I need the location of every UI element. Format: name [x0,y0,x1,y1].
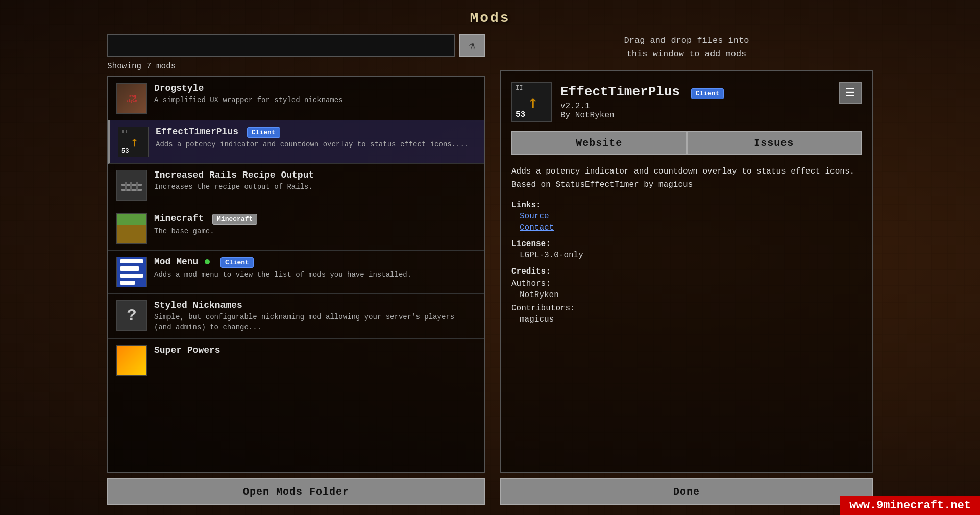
watermark: www.9minecraft.net [840,496,980,515]
detail-mod-name: EffectTimerPlus Client [560,84,831,100]
left-panel: ⚗ Showing 7 mods Drogstyle Drogstyle [107,34,485,473]
mod-tag-modmenu-client: Client [220,257,254,268]
mod-item-railrecipe[interactable]: Increased Rails Recipe Output Increases … [108,164,484,207]
mod-detail-box: II ↗ 53 EffectTimerPlus Client v2.2.1 By… [500,70,873,473]
mod-info-drogstyle: Drogstyle A simplified UX wrapper for st… [154,83,476,106]
mod-item-effecttimerplus[interactable]: II ↗ 53 EffectTimerPlus Client Adds a po… [108,120,484,164]
detail-authors-label: Authors: [511,279,862,288]
bottom-right: Done [485,478,873,505]
mod-name-minecraft: Minecraft Minecraft [154,213,476,225]
mod-desc-effecttimerplus: Adds a potency indicator and countdown o… [156,140,476,150]
mod-desc-minecraft: The base game. [154,227,476,237]
green-dot-modmenu [205,259,210,264]
website-button[interactable]: Website [511,131,687,155]
mod-item-minecraft[interactable]: Minecraft Minecraft The base game. [108,207,484,251]
mod-info-railrecipe: Increased Rails Recipe Output Increases … [154,170,476,192]
mod-name-railrecipe: Increased Rails Recipe Output [154,170,476,180]
source-link[interactable]: Source [520,212,862,221]
svg-rect-2 [125,182,127,191]
mod-desc-modmenu: Adds a mod menu to view the list of mods… [154,270,476,280]
detail-version: v2.2.1 [560,102,831,111]
mod-name-superpowers: Super Powers [154,345,476,355]
detail-license-value: LGPL-3.0-only [520,251,862,260]
mod-icon-modmenu [116,257,147,287]
detail-description: Adds a potency indicator and countdown o… [511,165,862,191]
detail-links-section: Links: Source Contact [511,201,862,232]
filter-button[interactable]: ⚗ [459,34,485,57]
search-row: ⚗ [107,34,485,57]
mod-info-superpowers: Super Powers [154,345,476,357]
issues-button[interactable]: Issues [687,131,862,155]
mod-desc-drogstyle: A simplified UX wrapper for styled nickn… [154,95,476,106]
mod-icon-effecttimerplus: II ↗ 53 [118,127,149,157]
mod-item-superpowers[interactable]: Super Powers [108,339,484,382]
search-input[interactable] [107,34,455,57]
page-title: Mods [470,10,510,26]
detail-credits-label: Credits: [511,267,551,276]
detail-license-label: License: [511,239,551,249]
mod-icon-superpowers [116,345,147,376]
mod-name-modmenu: Mod Menu Client [154,257,476,268]
mod-info-modmenu: Mod Menu Client Adds a mod menu to view … [154,257,476,280]
detail-actions: Website Issues [511,131,862,155]
svg-rect-4 [136,182,138,191]
mod-icon-minecraft [116,213,147,244]
bottom-buttons: Open Mods Folder Done [107,478,873,505]
mod-desc-railrecipe: Increases the recipe output of Rails. [154,182,476,192]
mod-tag-minecraft: Minecraft [212,214,257,225]
settings-icon: ☰ [845,86,855,100]
mod-item-drogstyle[interactable]: Drogstyle Drogstyle A simplified UX wrap… [108,77,484,120]
drag-drop-hint: Drag and drop files intothis window to a… [500,34,873,60]
mod-icon-railrecipe [116,170,147,201]
mod-info-effecttimerplus: EffectTimerPlus Client Adds a potency in… [156,127,476,150]
mod-icon-stylednicknames: ? [116,300,147,331]
mod-name-stylednicknames: Styled Nicknames [154,300,476,310]
mod-info-stylednicknames: Styled Nicknames Simple, but configurabl… [154,300,476,332]
mod-item-stylednicknames[interactable]: ? Styled Nicknames Simple, but configura… [108,294,484,339]
done-button[interactable]: Done [500,478,873,505]
detail-mod-icon: II ↗ 53 [511,82,552,122]
detail-contributors-label: Contributors: [511,304,862,313]
mod-name-effecttimerplus: EffectTimerPlus Client [156,127,476,138]
contact-link[interactable]: Contact [520,223,862,232]
mod-list[interactable]: Drogstyle Drogstyle A simplified UX wrap… [107,76,485,473]
detail-links-label: Links: [511,201,541,210]
bottom-left: Open Mods Folder [107,478,485,505]
mod-icon-drogstyle: Drogstyle [116,83,147,114]
mod-info-minecraft: Minecraft Minecraft The base game. [154,213,476,237]
svg-rect-3 [130,182,132,191]
detail-author: By NotRyken [560,111,831,120]
filter-icon: ⚗ [469,39,475,52]
showing-count: Showing 7 mods [107,62,485,71]
detail-authors-value: NotRyken [520,290,862,300]
detail-credits-section: Credits: Authors: NotRyken Contributors:… [511,267,862,324]
detail-license-section: License: LGPL-3.0-only [511,239,862,260]
mod-settings-button[interactable]: ☰ [839,82,862,104]
detail-mod-tag-client: Client [691,88,724,99]
mod-tag-client: Client [247,127,280,138]
mod-name-drogstyle: Drogstyle [154,83,476,93]
detail-contributors-value: magicus [520,315,862,324]
open-mods-folder-button[interactable]: Open Mods Folder [107,478,485,505]
detail-title-area: EffectTimerPlus Client v2.2.1 By NotRyke… [560,84,831,120]
right-panel: Drag and drop files intothis window to a… [485,34,873,473]
detail-header: II ↗ 53 EffectTimerPlus Client v2.2.1 By… [511,82,862,122]
mod-item-modmenu[interactable]: Mod Menu Client Adds a mod menu to view … [108,251,484,294]
mod-desc-stylednicknames: Simple, but configurable nicknaming mod … [154,312,476,332]
